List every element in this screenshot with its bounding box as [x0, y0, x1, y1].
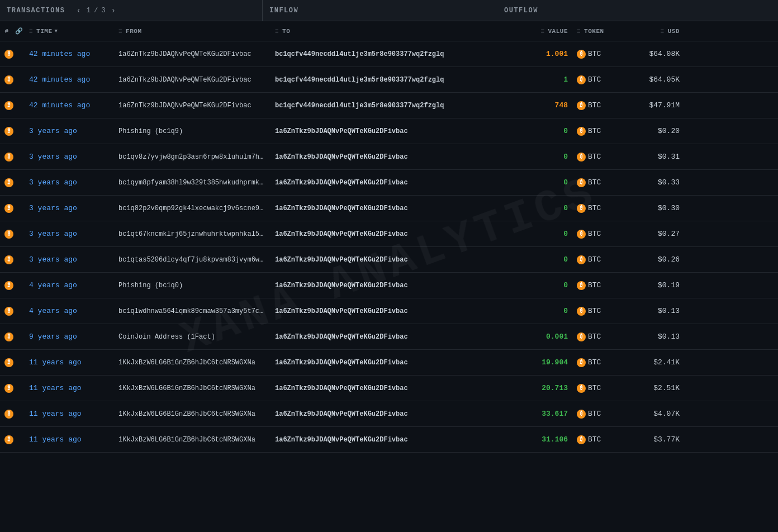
time-link[interactable]: 9 years ago: [29, 332, 77, 341]
to-address[interactable]: 1a6ZnTkz9bJDAQNvPeQWTeKGu2DFivbac: [275, 153, 501, 161]
cell-from[interactable]: bc1qv8z7yvjw8gm2p3asn6rpw8xluhulm7h76a4g…: [114, 153, 271, 161]
time-link[interactable]: 3 years ago: [29, 153, 77, 161]
cell-from[interactable]: bc1qym8pfyam38hl9w329t385hwkudhprmkpjhrq…: [114, 179, 271, 187]
time-link[interactable]: 3 years ago: [29, 127, 77, 135]
cell-to[interactable]: 1a6ZnTkz9bJDAQNvPeQWTeKGu2DFivbac: [271, 307, 505, 315]
cell-from[interactable]: Phishing (bc1q0): [114, 282, 271, 289]
to-address[interactable]: bc1qcfv449necddl4utlje3m5r8e903377wq2fzg…: [275, 102, 501, 110]
time-link[interactable]: 3 years ago: [29, 230, 77, 238]
cell-from[interactable]: 1KkJxBzW6LG6B1GnZB6hJbC6tcNRSWGXNa: [114, 384, 271, 392]
col-header-time[interactable]: ≡ TIME ▼: [25, 28, 114, 35]
cell-to[interactable]: 1a6ZnTkz9bJDAQNvPeQWTeKGu2DFivbac: [271, 127, 505, 135]
from-address[interactable]: bc1qt67kncmklrj65jznwhuhrktwpnhkal50mlf5…: [118, 230, 266, 238]
prev-page-button[interactable]: ‹: [74, 5, 83, 16]
to-address[interactable]: 1a6ZnTkz9bJDAQNvPeQWTeKGu2DFivbac: [275, 179, 501, 187]
cell-from[interactable]: bc1qt67kncmklrj65jznwhuhrktwpnhkal50mlf5…: [114, 230, 271, 238]
cell-time[interactable]: 9 years ago: [25, 332, 114, 341]
time-link[interactable]: 11 years ago: [29, 384, 82, 392]
cell-time[interactable]: 3 years ago: [25, 230, 114, 238]
cell-from[interactable]: Phishing (bc1q9): [114, 127, 271, 135]
cell-to[interactable]: 1a6ZnTkz9bJDAQNvPeQWTeKGu2DFivbac: [271, 282, 505, 289]
from-address[interactable]: 1a6ZnTkz9bJDAQNvPeQWTeKGu2DFivbac: [118, 50, 266, 58]
next-page-button[interactable]: ›: [108, 5, 117, 16]
cell-to[interactable]: bc1qcfv449necddl4utlje3m5r8e903377wq2fzg…: [271, 102, 505, 110]
to-address[interactable]: 1a6ZnTkz9bJDAQNvPeQWTeKGu2DFivbac: [275, 410, 501, 418]
cell-time[interactable]: 11 years ago: [25, 384, 114, 392]
cell-time[interactable]: 42 minutes ago: [25, 101, 114, 110]
from-address[interactable]: bc1q82p2v0qmp92gk4lxecwakcj9v6scne979wtv…: [118, 205, 266, 212]
to-address[interactable]: 1a6ZnTkz9bJDAQNvPeQWTeKGu2DFivbac: [275, 333, 501, 341]
cell-from[interactable]: bc1qtas5206dlcy4qf7ju8kpvam83jvym6w9ez08…: [114, 256, 271, 264]
cell-time[interactable]: 42 minutes ago: [25, 50, 114, 58]
cell-to[interactable]: 1a6ZnTkz9bJDAQNvPeQWTeKGu2DFivbac: [271, 205, 505, 212]
cell-time[interactable]: 3 years ago: [25, 153, 114, 161]
from-address[interactable]: bc1qym8pfyam38hl9w329t385hwkudhprmkpjhrq…: [118, 179, 266, 187]
cell-time[interactable]: 3 years ago: [25, 204, 114, 212]
to-address[interactable]: 1a6ZnTkz9bJDAQNvPeQWTeKGu2DFivbac: [275, 205, 501, 212]
col-header-usd[interactable]: ≡ USD: [628, 28, 684, 35]
time-link[interactable]: 4 years ago: [29, 307, 77, 315]
time-link[interactable]: 3 years ago: [29, 204, 77, 212]
time-link[interactable]: 3 years ago: [29, 178, 77, 187]
cell-to[interactable]: 1a6ZnTkz9bJDAQNvPeQWTeKGu2DFivbac: [271, 436, 505, 444]
from-address[interactable]: 1KkJxBzW6LG6B1GnZB6hJbC6tcNRSWGXNa: [118, 384, 266, 392]
cell-from[interactable]: 1KkJxBzW6LG6B1GnZB6hJbC6tcNRSWGXNa: [114, 436, 271, 444]
cell-time[interactable]: 11 years ago: [25, 435, 114, 444]
cell-from[interactable]: 1KkJxBzW6LG6B1GnZB6hJbC6tcNRSWGXNa: [114, 359, 271, 367]
cell-time[interactable]: 3 years ago: [25, 178, 114, 187]
cell-time[interactable]: 11 years ago: [25, 358, 114, 367]
cell-time[interactable]: 3 years ago: [25, 127, 114, 135]
from-address[interactable]: 1a6ZnTkz9bJDAQNvPeQWTeKGu2DFivbac: [118, 102, 266, 110]
cell-to[interactable]: 1a6ZnTkz9bJDAQNvPeQWTeKGu2DFivbac: [271, 153, 505, 161]
cell-from[interactable]: bc1qlwdhnwa564lqmk89cmaw357a3my5t7cpvm0l…: [114, 307, 271, 315]
time-link[interactable]: 11 years ago: [29, 435, 82, 444]
from-address[interactable]: bc1qlwdhnwa564lqmk89cmaw357a3my5t7cpvm0l…: [118, 307, 266, 315]
from-address[interactable]: Phishing (bc1q0): [118, 282, 266, 289]
cell-from[interactable]: 1KkJxBzW6LG6B1GnZB6hJbC6tcNRSWGXNa: [114, 410, 271, 418]
time-link[interactable]: 11 years ago: [29, 358, 82, 367]
to-address[interactable]: 1a6ZnTkz9bJDAQNvPeQWTeKGu2DFivbac: [275, 384, 501, 392]
cell-time[interactable]: 11 years ago: [25, 410, 114, 418]
cell-to[interactable]: 1a6ZnTkz9bJDAQNvPeQWTeKGu2DFivbac: [271, 410, 505, 418]
cell-from[interactable]: bc1q82p2v0qmp92gk4lxecwakcj9v6scne979wtv…: [114, 205, 271, 212]
cell-to[interactable]: 1a6ZnTkz9bJDAQNvPeQWTeKGu2DFivbac: [271, 179, 505, 187]
to-address[interactable]: bc1qcfv449necddl4utlje3m5r8e903377wq2fzg…: [275, 50, 501, 58]
time-link[interactable]: 42 minutes ago: [29, 50, 90, 58]
from-address[interactable]: bc1qv8z7yvjw8gm2p3asn6rpw8xluhulm7h76a4g…: [118, 153, 266, 161]
to-address[interactable]: 1a6ZnTkz9bJDAQNvPeQWTeKGu2DFivbac: [275, 256, 501, 264]
cell-time[interactable]: 42 minutes ago: [25, 75, 114, 84]
to-address[interactable]: 1a6ZnTkz9bJDAQNvPeQWTeKGu2DFivbac: [275, 307, 501, 315]
to-address[interactable]: 1a6ZnTkz9bJDAQNvPeQWTeKGu2DFivbac: [275, 359, 501, 367]
col-header-value[interactable]: ≡ VALUE: [505, 28, 572, 35]
cell-from[interactable]: CoinJoin Address (1Fact): [114, 333, 271, 341]
cell-to[interactable]: 1a6ZnTkz9bJDAQNvPeQWTeKGu2DFivbac: [271, 359, 505, 367]
from-address[interactable]: Phishing (bc1q9): [118, 127, 266, 135]
cell-to[interactable]: bc1qcfv449necddl4utlje3m5r8e903377wq2fzg…: [271, 76, 505, 84]
cell-from[interactable]: 1a6ZnTkz9bJDAQNvPeQWTeKGu2DFivbac: [114, 76, 271, 84]
to-address[interactable]: bc1qcfv449necddl4utlje3m5r8e903377wq2fzg…: [275, 76, 501, 84]
col-header-token[interactable]: ≡ TOKEN: [572, 28, 628, 35]
col-header-from[interactable]: ≡ FROM: [114, 28, 271, 35]
to-address[interactable]: 1a6ZnTkz9bJDAQNvPeQWTeKGu2DFivbac: [275, 436, 501, 444]
cell-to[interactable]: bc1qcfv449necddl4utlje3m5r8e903377wq2fzg…: [271, 50, 505, 58]
time-link[interactable]: 11 years ago: [29, 410, 82, 418]
time-link[interactable]: 4 years ago: [29, 281, 77, 289]
time-link[interactable]: 42 minutes ago: [29, 75, 90, 84]
cell-to[interactable]: 1a6ZnTkz9bJDAQNvPeQWTeKGu2DFivbac: [271, 230, 505, 238]
cell-to[interactable]: 1a6ZnTkz9bJDAQNvPeQWTeKGu2DFivbac: [271, 384, 505, 392]
to-address[interactable]: 1a6ZnTkz9bJDAQNvPeQWTeKGu2DFivbac: [275, 282, 501, 289]
cell-from[interactable]: 1a6ZnTkz9bJDAQNvPeQWTeKGu2DFivbac: [114, 50, 271, 58]
from-address[interactable]: 1KkJxBzW6LG6B1GnZB6hJbC6tcNRSWGXNa: [118, 359, 266, 367]
from-address[interactable]: bc1qtas5206dlcy4qf7ju8kpvam83jvym6w9ez08…: [118, 256, 266, 264]
cell-time[interactable]: 4 years ago: [25, 281, 114, 289]
from-address[interactable]: 1a6ZnTkz9bJDAQNvPeQWTeKGu2DFivbac: [118, 76, 266, 84]
to-address[interactable]: 1a6ZnTkz9bJDAQNvPeQWTeKGu2DFivbac: [275, 127, 501, 135]
cell-to[interactable]: 1a6ZnTkz9bJDAQNvPeQWTeKGu2DFivbac: [271, 256, 505, 264]
cell-time[interactable]: 4 years ago: [25, 307, 114, 315]
to-address[interactable]: 1a6ZnTkz9bJDAQNvPeQWTeKGu2DFivbac: [275, 230, 501, 238]
time-link[interactable]: 3 years ago: [29, 255, 77, 264]
cell-from[interactable]: 1a6ZnTkz9bJDAQNvPeQWTeKGu2DFivbac: [114, 102, 271, 110]
col-header-to[interactable]: ≡ TO: [271, 28, 505, 35]
cell-time[interactable]: 3 years ago: [25, 255, 114, 264]
from-address[interactable]: CoinJoin Address (1Fact): [118, 333, 266, 341]
